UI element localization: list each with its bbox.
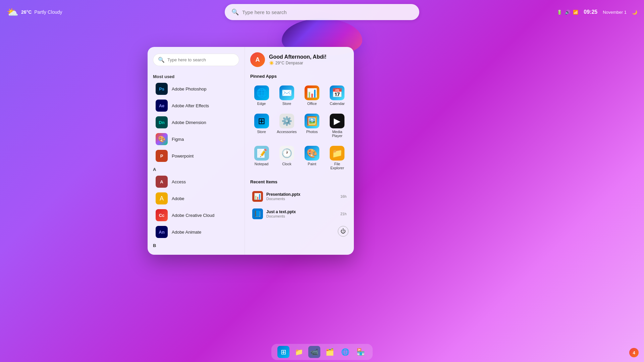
photoshop-icon: Ps xyxy=(156,83,168,95)
app-item-figma[interactable]: 🎨 Figma xyxy=(150,131,242,147)
text-name: Just a text.pptx xyxy=(266,209,337,214)
weather-condition: Partly Cloudy xyxy=(34,9,62,15)
edge-pinned-icon: 🌐 xyxy=(254,85,269,100)
after-effects-label: Adobe After Effects xyxy=(172,103,209,108)
pinned-calendar[interactable]: 📅 Calendar xyxy=(326,83,348,108)
taskbar-folder[interactable]: 🗂️ xyxy=(324,346,336,358)
animate-label: Adobe Animate xyxy=(172,230,201,235)
notepad-pinned-icon: 📝 xyxy=(254,146,269,161)
user-weather-temp: 29°C xyxy=(275,61,284,65)
file-explorer-pinned-label: File Explorer xyxy=(327,162,347,170)
pinned-section-title: Pinned Apps xyxy=(250,74,348,79)
app-item-powerpoint[interactable]: P Powerpoint xyxy=(150,147,242,164)
volume-icon: 🔊 xyxy=(565,10,570,15)
presentation-info: Presentation.pptx Documents xyxy=(266,192,337,201)
start-search-input[interactable] xyxy=(167,57,234,62)
start-menu-right: A Good Afternoon, Abdi! ☀️ 29°C Denpasar… xyxy=(245,47,354,255)
taskbar-search-input[interactable] xyxy=(242,9,413,15)
app-item-animate[interactable]: An Adobe Animate xyxy=(150,224,242,240)
photos-pinned-icon: 🖼️ xyxy=(305,114,319,128)
presentation-time: 16h xyxy=(340,194,346,198)
recent-item-presentation[interactable]: 📊 Presentation.pptx Documents 16h xyxy=(250,188,348,204)
text-icon: 📘 xyxy=(252,208,263,219)
user-header: A Good Afternoon, Abdi! ☀️ 29°C Denpasar xyxy=(250,52,348,67)
taskbar-search-bar[interactable]: 🔍 xyxy=(225,4,419,20)
clock-pinned-icon: 🕐 xyxy=(279,146,294,161)
access-icon: A xyxy=(156,176,168,188)
accessories-pinned-icon: ⚙️ xyxy=(279,114,294,128)
calendar-pinned-label: Calendar xyxy=(330,102,345,106)
app-item-after-effects[interactable]: Ae Adobe After Effects xyxy=(150,97,242,114)
taskbar-edge[interactable]: 🌐 xyxy=(339,346,351,358)
pinned-store[interactable]: ✉️ Store xyxy=(275,83,298,108)
tray-icons: 🔋 🔊 📶 xyxy=(557,10,578,15)
text-time: 21h xyxy=(340,212,346,216)
pinned-notepad[interactable]: 📝 Notepad xyxy=(250,143,273,173)
start-menu: 🔍 Most used Ps Adobe Photoshop Ae Adobe … xyxy=(148,47,354,255)
wifi-icon: 📶 xyxy=(573,10,578,15)
moon-icon[interactable]: 🌙 xyxy=(632,10,637,15)
app-item-creative-cloud[interactable]: Cc Adobe Creative Cloud xyxy=(150,207,242,224)
taskbar-search-container: 🔍 xyxy=(225,0,419,24)
media-player-pinned-label: Media Player xyxy=(327,130,347,138)
taskbar-windows-button[interactable]: ⊞ xyxy=(277,346,289,358)
user-info: Good Afternoon, Abdi! ☀️ 29°C Denpasar xyxy=(269,54,326,65)
user-avatar: A xyxy=(250,52,265,67)
weather-widget: ⛅ 26°C Partly Cloudy xyxy=(7,0,62,24)
pinned-paint[interactable]: 🎨 Paint xyxy=(301,143,323,173)
pinned-edge[interactable]: 🌐 Edge xyxy=(250,83,273,108)
media-player-pinned-icon: ▶ xyxy=(330,114,344,128)
store2-pinned-icon: ⊞ xyxy=(254,114,269,128)
presentation-icon: 📊 xyxy=(252,191,263,202)
pinned-file-explorer[interactable]: 📁 File Explorer xyxy=(326,143,348,173)
access-label: Access xyxy=(172,179,186,184)
pinned-media-player[interactable]: ▶ Media Player xyxy=(326,111,348,140)
app-item-photoshop[interactable]: Ps Adobe Photoshop xyxy=(150,80,242,97)
taskbar-search-icon: 🔍 xyxy=(231,8,239,16)
creative-cloud-icon: Cc xyxy=(156,209,168,221)
taskbar-center: ⊞ 📁 📹 🗂️ 🌐 🏪 xyxy=(271,344,373,360)
taskbar-store[interactable]: 🏪 xyxy=(355,346,367,358)
pinned-clock[interactable]: 🕐 Clock xyxy=(275,143,298,173)
pinned-office[interactable]: 📊 Office xyxy=(301,83,323,108)
start-menu-left: 🔍 Most used Ps Adobe Photoshop Ae Adobe … xyxy=(148,47,245,255)
paint-pinned-label: Paint xyxy=(308,162,316,166)
taskbar-teams[interactable]: 📹 xyxy=(308,346,320,358)
pinned-store2[interactable]: ⊞ Store xyxy=(250,111,273,140)
date-label: November 1 xyxy=(603,10,627,15)
store-pinned-label: Store xyxy=(282,102,291,106)
recent-item-text[interactable]: 📘 Just a text.pptx Documents 21h xyxy=(250,206,348,222)
calendar-pinned-icon: 📅 xyxy=(330,85,344,100)
user-greeting: Good Afternoon, Abdi! xyxy=(269,54,326,60)
text-path: Documents xyxy=(266,214,337,218)
power-button[interactable]: ⏻ xyxy=(338,226,348,237)
presentation-name: Presentation.pptx xyxy=(266,192,337,197)
after-effects-icon: Ae xyxy=(156,100,168,112)
app-item-adobe[interactable]: A Adobe xyxy=(150,190,242,207)
start-search-box[interactable]: 🔍 xyxy=(153,54,239,66)
dimension-label: Adobe Dimension xyxy=(172,120,206,125)
weather-temp: 26°C xyxy=(21,9,32,15)
taskbar-file-explorer[interactable]: 📁 xyxy=(293,346,305,358)
office-pinned-icon: 📊 xyxy=(305,85,319,100)
pinned-accessories[interactable]: ⚙️ Accessories xyxy=(275,111,298,140)
notepad-pinned-label: Notepad xyxy=(255,162,269,166)
photos-pinned-label: Photos xyxy=(306,130,318,134)
user-weather-icon: ☀️ xyxy=(269,61,274,65)
power-button-row: ⏻ xyxy=(250,226,348,237)
pinned-photos[interactable]: 🖼️ Photos xyxy=(301,111,323,140)
alpha-a-label: A xyxy=(148,164,245,173)
app-item-dimension[interactable]: Dn Adobe Dimension xyxy=(150,114,242,131)
taskbar: ⊞ 📁 📹 🗂️ 🌐 🏪 xyxy=(0,342,644,362)
adobe-icon: A xyxy=(156,192,168,204)
edge-pinned-label: Edge xyxy=(257,102,266,106)
accessories-pinned-label: Accessories xyxy=(277,130,297,134)
pinned-apps-grid: 🌐 Edge ✉️ Store 📊 Office 📅 Calendar ⊞ St… xyxy=(250,83,348,173)
alpha-b-label: B xyxy=(148,240,245,249)
recent-section-title: Recent Items xyxy=(250,179,348,184)
dimension-icon: Dn xyxy=(156,116,168,128)
presentation-path: Documents xyxy=(266,197,337,201)
app-item-access[interactable]: A Access xyxy=(150,173,242,190)
photoshop-label: Adobe Photoshop xyxy=(172,86,206,92)
figma-label: Figma xyxy=(172,137,184,142)
